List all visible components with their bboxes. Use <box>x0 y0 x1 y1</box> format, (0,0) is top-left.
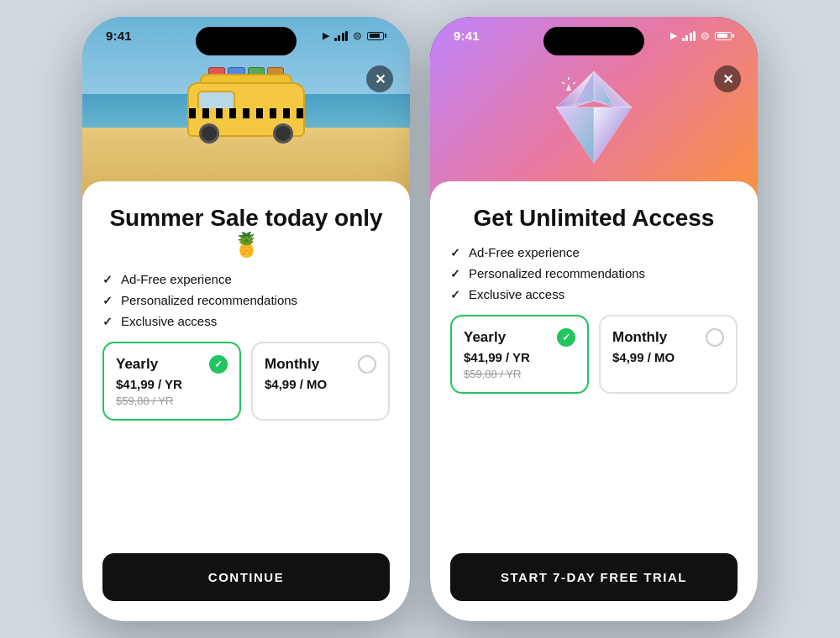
feature-item: ✓ Personalized recommendations <box>450 266 738 280</box>
check-icon: ✓ <box>102 315 113 328</box>
van <box>187 65 305 137</box>
plan-radio-monthly-2 <box>706 328 724 347</box>
plans-2: Yearly ✓ $41,99 / YR $59,88 / YR Monthly… <box>450 315 738 394</box>
card-title-1: Summer Sale today only 🍍 <box>102 205 390 259</box>
plan-monthly-1[interactable]: Monthly $4,99 / MO <box>251 342 390 421</box>
status-time-1: 9:41 <box>106 29 132 43</box>
plan-price: $4,99 / MO <box>612 350 724 364</box>
dynamic-island-1 <box>196 27 297 55</box>
svg-marker-7 <box>556 107 594 164</box>
svg-marker-10 <box>566 84 571 91</box>
features-list-1: ✓ Ad-Free experience ✓ Personalized reco… <box>102 272 390 328</box>
feature-text: Exclusive access <box>121 314 217 328</box>
check-icon: ✓ <box>450 246 460 259</box>
battery-icon-2 <box>715 32 734 40</box>
feature-item: ✓ Personalized recommendations <box>102 293 390 307</box>
dynamic-island-2 <box>543 27 644 55</box>
feature-text: Ad-Free experience <box>469 245 580 259</box>
features-list-2: ✓ Ad-Free experience ✓ Personalized reco… <box>450 245 738 301</box>
wifi-icon-2: ⊜ <box>701 29 710 42</box>
plan-original: $59,88 / YR <box>116 395 228 407</box>
feature-text: Ad-Free experience <box>121 272 232 286</box>
van-wheel-right <box>273 123 293 144</box>
feature-text: Exclusive access <box>469 287 564 301</box>
plan-radio-monthly-1 <box>358 355 376 374</box>
plans-1: Yearly ✓ $41,99 / YR $59,88 / YR Monthly… <box>102 342 390 421</box>
feature-item: ✓ Exclusive access <box>102 314 390 328</box>
status-icons-1: ▶ ⊜ <box>323 29 387 42</box>
feature-item: ✓ Ad-Free experience <box>102 272 390 286</box>
close-button-1[interactable]: ✕ <box>366 65 393 92</box>
plan-original: $59,88 / YR <box>464 368 575 380</box>
van-checker <box>189 108 303 118</box>
plan-yearly-2[interactable]: Yearly ✓ $41,99 / YR $59,88 / YR <box>450 315 589 394</box>
plan-header: Monthly <box>612 328 724 347</box>
plan-name: Yearly <box>464 329 506 346</box>
plan-yearly-1[interactable]: Yearly ✓ $41,99 / YR $59,88 / YR <box>102 342 241 421</box>
feature-text: Personalized recommendations <box>469 266 645 280</box>
phone-2: 9:41 ▶ ⊜ <box>430 17 758 621</box>
trial-button[interactable]: START 7-DAY FREE TRIAL <box>450 553 738 601</box>
check-icon: ✓ <box>450 267 460 280</box>
plan-monthly-2[interactable]: Monthly $4,99 / MO <box>599 315 738 394</box>
svg-line-12 <box>573 82 575 84</box>
plan-header: Monthly <box>265 355 376 374</box>
plan-radio-yearly-2: ✓ <box>557 328 575 347</box>
svg-marker-8 <box>594 107 632 164</box>
status-icons-2: ▶ ⊜ <box>670 29 735 42</box>
close-button-2[interactable]: ✕ <box>714 65 741 92</box>
plan-name: Yearly <box>116 356 158 373</box>
location-icon-1: ▶ <box>323 30 329 41</box>
van-wheel-left <box>199 123 219 144</box>
signal-icon-1 <box>334 31 349 41</box>
plan-name: Monthly <box>265 356 319 373</box>
feature-item: ✓ Ad-Free experience <box>450 245 738 259</box>
battery-icon-1 <box>367 32 386 40</box>
continue-button[interactable]: CONTINUE <box>102 553 390 601</box>
svg-line-13 <box>562 82 564 84</box>
plan-price: $4,99 / MO <box>265 377 376 391</box>
plan-name: Monthly <box>612 329 667 346</box>
card-title-2: Get Unlimited Access <box>450 205 738 232</box>
card-1: Summer Sale today only 🍍 ✓ Ad-Free exper… <box>82 181 410 621</box>
plan-header: Yearly ✓ <box>116 355 228 374</box>
feature-item: ✓ Exclusive access <box>450 287 738 301</box>
phone-1: 9:41 ▶ ⊜ <box>82 17 410 621</box>
van-body <box>187 82 305 137</box>
card-2: Get Unlimited Access ✓ Ad-Free experienc… <box>430 181 758 621</box>
plan-header: Yearly ✓ <box>464 328 575 347</box>
plan-radio-yearly-1: ✓ <box>209 355 228 374</box>
check-icon: ✓ <box>450 288 460 301</box>
feature-text: Personalized recommendations <box>121 293 297 307</box>
status-time-2: 9:41 <box>454 29 480 43</box>
wifi-icon-1: ⊜ <box>353 29 362 42</box>
check-icon: ✓ <box>102 294 113 307</box>
plan-price: $41,99 / YR <box>464 350 575 364</box>
check-icon: ✓ <box>102 273 113 286</box>
plan-price: $41,99 / YR <box>116 377 228 391</box>
location-icon-2: ▶ <box>670 30 677 41</box>
diamond-icon <box>539 67 648 168</box>
signal-icon-2 <box>682 31 696 41</box>
